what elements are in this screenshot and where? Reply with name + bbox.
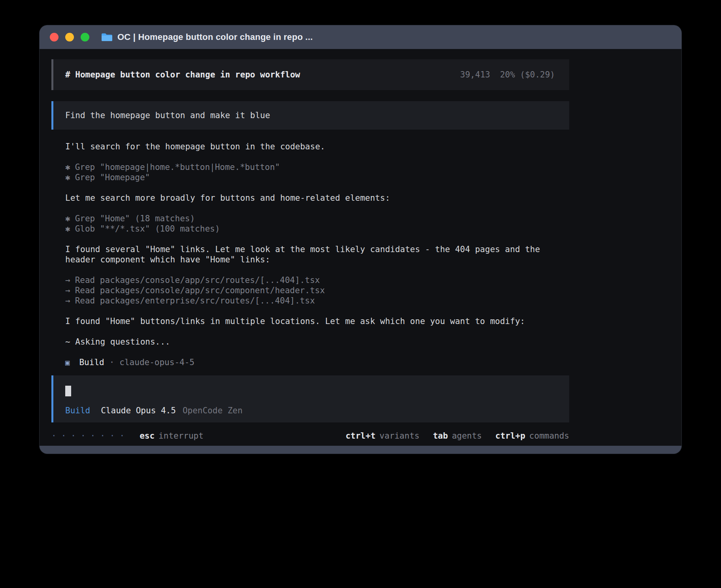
message-line: I'll search for the homepage button in t… xyxy=(65,141,555,152)
session-stats: 39,41320% ($0.29) xyxy=(460,70,555,79)
zoom-button[interactable] xyxy=(81,33,89,41)
transcript: I'll search for the homepage button in t… xyxy=(51,141,555,368)
commands-label: commands xyxy=(529,431,569,441)
user-message-text: Find the homepage button and make it blu… xyxy=(65,111,270,120)
session-header: # Homepage button color change in repo w… xyxy=(51,59,569,90)
tool-call-text: Grep "Home" (18 matches) xyxy=(75,214,195,223)
read-file-line: →Read packages/console/app/src/routes/[.… xyxy=(65,275,555,285)
prompt-input[interactable]: BuildClaude Opus 4.5OpenCode Zen xyxy=(51,375,569,422)
tool-call-text: Glob "**/*.tsx" (100 matches) xyxy=(75,224,220,234)
tool-call-line: ✱Grep "Homepage" xyxy=(65,172,555,183)
ctrl-p-key: ctrl+p xyxy=(495,431,525,441)
tool-call-text: Grep "Homepage" xyxy=(75,173,150,182)
read-arrow-icon: → xyxy=(65,275,70,285)
tool-marker-icon: ✱ xyxy=(65,173,70,182)
read-file-line: →Read packages/console/app/src/component… xyxy=(65,285,555,296)
tool-call-text: Grep "homepage|home.*button|Home.*button… xyxy=(75,162,280,172)
input-meta: BuildClaude Opus 4.5OpenCode Zen xyxy=(65,406,569,415)
read-file-text: Read packages/enterprise/src/routes/[...… xyxy=(75,296,315,305)
close-button[interactable] xyxy=(50,33,59,41)
tool-marker-icon: ✱ xyxy=(65,224,70,234)
message-line: I found "Home" buttons/links in multiple… xyxy=(65,316,555,326)
titlebar: OC | Homepage button color change in rep… xyxy=(40,25,681,49)
read-arrow-icon: → xyxy=(65,286,70,295)
esc-label: interrupt xyxy=(159,431,204,441)
agent-name: Build xyxy=(79,357,104,368)
read-arrow-icon: → xyxy=(65,296,70,305)
agent-status-icon: ▣ xyxy=(65,357,70,368)
tool-call-line: ✱Glob "**/*.tsx" (100 matches) xyxy=(65,224,555,234)
input-agent-mode: Build xyxy=(65,406,90,415)
tool-call-line: ✱Grep "Home" (18 matches) xyxy=(65,213,555,224)
agents-label: agents xyxy=(452,431,482,441)
message-line: Let me search more broadly for buttons a… xyxy=(65,193,555,203)
read-file-text: Read packages/console/app/src/component/… xyxy=(75,286,325,295)
ctrl-t-key: ctrl+t xyxy=(345,431,376,441)
folder-icon xyxy=(101,33,112,41)
input-cursor xyxy=(65,386,71,396)
terminal: # Homepage button color change in repo w… xyxy=(40,49,681,446)
input-provider: OpenCode Zen xyxy=(183,406,243,415)
message-line: I found several "Home" links. Let me loo… xyxy=(65,244,555,265)
shortcut-interrupt: escinterrupt xyxy=(140,431,204,441)
variants-label: variants xyxy=(379,431,419,441)
shortcut-variants: ctrl+tvariants xyxy=(345,431,419,441)
read-file-line: →Read packages/enterprise/src/routes/[..… xyxy=(65,296,555,306)
shortcut-commands: ctrl+pcommands xyxy=(495,431,569,441)
shortcut-agents: tabagents xyxy=(433,431,482,441)
agent-model: claude-opus-4-5 xyxy=(119,357,194,368)
minimize-button[interactable] xyxy=(65,33,74,41)
tab-key: tab xyxy=(433,431,448,441)
read-file-text: Read packages/console/app/src/routes/[..… xyxy=(75,275,320,285)
tool-marker-icon: ✱ xyxy=(65,162,70,172)
user-message: Find the homepage button and make it blu… xyxy=(51,101,569,130)
agent-status-row: ▣ Build · claude-opus-4-5 xyxy=(65,357,555,368)
status-line: ~ Asking questions... xyxy=(65,337,555,347)
input-model: Claude Opus 4.5 xyxy=(101,406,176,415)
context-usage: 20% ($0.29) xyxy=(500,70,555,79)
traffic-lights xyxy=(50,33,89,41)
spinner-dots: ········ xyxy=(51,431,129,441)
session-title: # Homepage button color change in repo w… xyxy=(65,70,300,79)
esc-key: esc xyxy=(140,431,155,441)
app-window: OC | Homepage button color change in rep… xyxy=(40,25,681,454)
tool-call-line: ✱Grep "homepage|home.*button|Home.*butto… xyxy=(65,162,555,172)
token-count: 39,413 xyxy=(460,70,490,79)
statusbar: ········ escinterrupt ctrl+tvariants tab… xyxy=(51,431,569,441)
agent-separator: · xyxy=(109,357,115,368)
window-title: OC | Homepage button color change in rep… xyxy=(117,32,313,42)
tool-marker-icon: ✱ xyxy=(65,214,70,223)
